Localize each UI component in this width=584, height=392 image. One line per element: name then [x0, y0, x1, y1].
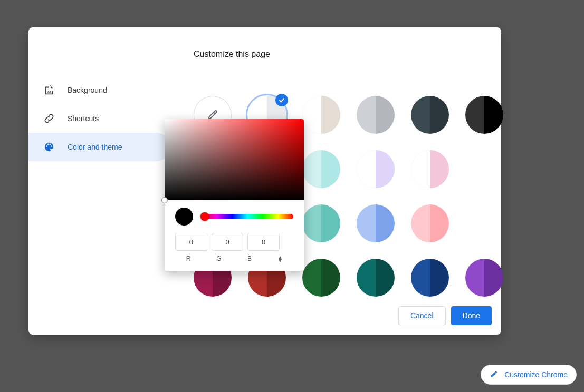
color-preview-swatch — [175, 208, 193, 226]
link-icon — [43, 113, 55, 124]
hue-thumb[interactable] — [200, 212, 209, 221]
blue-input[interactable] — [247, 233, 280, 251]
selected-check-icon — [275, 94, 288, 106]
dialog-sidebar: Background Shortcuts Color and theme — [28, 76, 171, 161]
theme-swatch[interactable] — [302, 204, 340, 242]
customize-chrome-chip[interactable]: Customize Chrome — [481, 365, 577, 385]
sidebar-item-label: Color and theme — [68, 143, 122, 151]
theme-swatch[interactable] — [357, 96, 395, 134]
theme-swatch[interactable] — [302, 96, 340, 134]
sidebar-item-label: Background — [68, 86, 107, 94]
cancel-button[interactable]: Cancel — [398, 306, 446, 325]
color-mode-toggle[interactable]: ▴▾ — [267, 256, 293, 262]
theme-swatch[interactable] — [302, 259, 340, 297]
red-input[interactable] — [175, 233, 207, 251]
palette-icon — [43, 141, 55, 153]
theme-swatch[interactable] — [411, 150, 449, 188]
hue-slider[interactable] — [202, 214, 293, 219]
color-picker-popover: R G B ▴▾ — [165, 119, 304, 271]
done-button[interactable]: Done — [451, 306, 492, 325]
theme-swatch[interactable] — [411, 259, 449, 297]
label-g: G — [206, 255, 232, 262]
sidebar-item-background[interactable]: Background — [28, 76, 171, 104]
sv-thumb[interactable] — [161, 197, 168, 203]
dialog-footer: Cancel Done — [398, 306, 492, 325]
label-r: R — [175, 255, 202, 262]
dialog-title: Customize this page — [194, 50, 270, 59]
theme-swatch[interactable] — [465, 96, 503, 134]
pencil-icon — [490, 370, 498, 380]
saturation-value-area[interactable] — [165, 119, 304, 200]
chip-label: Customize Chrome — [504, 370, 568, 379]
theme-swatch[interactable] — [302, 150, 340, 188]
theme-swatch[interactable] — [357, 204, 395, 242]
theme-swatch[interactable] — [411, 96, 449, 134]
image-icon — [43, 84, 55, 96]
theme-swatch[interactable] — [357, 259, 395, 297]
sidebar-item-color-theme[interactable]: Color and theme — [28, 133, 171, 161]
sidebar-item-shortcuts[interactable]: Shortcuts — [28, 104, 171, 133]
theme-swatch[interactable] — [357, 150, 395, 188]
sidebar-item-label: Shortcuts — [68, 114, 99, 123]
theme-swatch[interactable] — [411, 204, 449, 242]
label-b: B — [236, 255, 263, 262]
green-input[interactable] — [212, 233, 244, 251]
theme-swatch[interactable] — [465, 259, 503, 297]
